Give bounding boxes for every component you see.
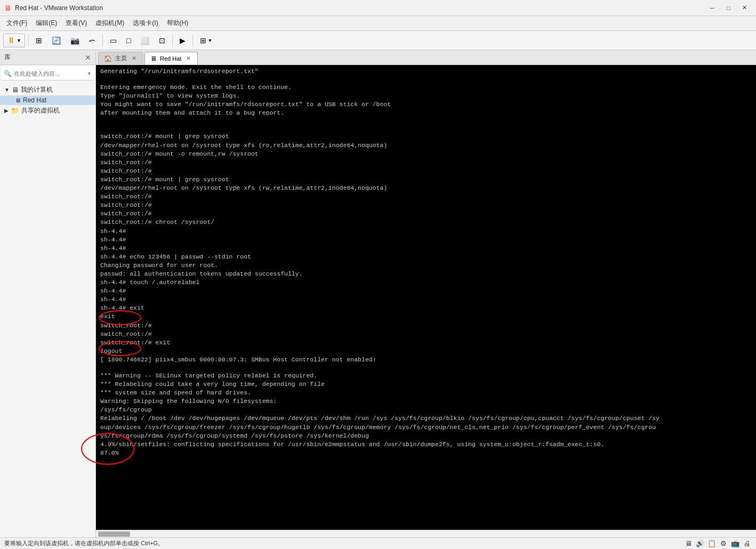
status-icon-6[interactable]: 🖨 (742, 539, 752, 548)
shared-vms-label: 共享的虚拟机 (21, 106, 60, 115)
toolbar-console[interactable]: ▶ (176, 34, 189, 47)
console-line (100, 125, 752, 132)
pause-dropdown-icon: ▼ (17, 38, 21, 43)
console-line: sh-4.4# (100, 287, 752, 295)
console-line: sh-4.4# exit (100, 304, 752, 312)
tree-red-hat[interactable]: 🖥 Red Hat (0, 95, 95, 105)
sidebar-search-input[interactable] (14, 70, 85, 77)
menu-view[interactable]: 查看(V) (61, 17, 91, 30)
toolbar: ⏸ ▼ ⊞ 🔄 📷 ⤺ ▭ □ ⬜ ⊡ ▶ ⊞ ▼ (0, 31, 756, 50)
tree-my-computer[interactable]: ▼ 🖥 我的计算机 (0, 84, 95, 95)
home-tab-label: 主页 (115, 54, 127, 62)
sidebar-close-button[interactable]: ✕ (85, 53, 91, 62)
console-line: switch_root:/# chroot /sysroot/ (100, 218, 752, 227)
search-icon: 🔍 (4, 70, 12, 77)
scrollbar-thumb[interactable] (98, 531, 130, 537)
redhat-tab-icon: 🖥 (150, 55, 157, 62)
console-line: 4.9%/sbin/setfiles: conflicting specific… (100, 440, 752, 449)
console-line: sh-4.4# (100, 295, 752, 304)
console-line: after mounting them and attach it to a b… (100, 109, 752, 117)
expand-icon: ▼ (4, 87, 10, 93)
home-tab-close[interactable]: ✕ (130, 55, 138, 62)
console-line: Type "journalctl" to view system logs. (100, 92, 752, 100)
menu-file[interactable]: 文件(F) (2, 17, 31, 30)
console-line: Entering emergency mode. Exit the shell … (100, 83, 752, 92)
console-line: switch_root:/# mount | grep sysroot (100, 132, 752, 141)
console-line: *** system size and speed of hard drives… (100, 389, 752, 397)
tab-home[interactable]: 🏠 主页 ✕ (98, 52, 143, 64)
console-area[interactable]: Generating "/run/initramfs/rdsosreport.t… (96, 65, 756, 530)
toolbar-view-4[interactable]: ⊡ (155, 34, 169, 47)
console-line: *** Relabeling could take a very long ti… (100, 380, 752, 389)
toolbar-btn-2[interactable]: 🔄 (48, 34, 65, 47)
pause-button[interactable]: ⏸ ▼ (3, 34, 25, 47)
status-hint: 要将输入定向到该虚拟机，请在虚拟机内部单击或按 Ctrl+G。 (4, 539, 683, 547)
title-bar: 🖥 Red Hat - VMware Workstation ─ □ ✕ (0, 0, 756, 16)
console-line: logout (100, 347, 752, 356)
console-line: ys/fs/cgroup/rdma /sys/fs/cgroup/systemd… (100, 432, 752, 440)
horizontal-scrollbar[interactable] (96, 530, 756, 537)
console-line: sh-4.4# echo 123456 | passwd --stdin roo… (100, 253, 752, 261)
console-line: switch_root:/# mount | grep sysroot (100, 175, 752, 184)
status-bar: 要将输入定向到该虚拟机，请在虚拟机内部单击或按 Ctrl+G。 🖥 🔊 📋 ⚙ … (0, 537, 756, 549)
unity-icon: ⬜ (140, 36, 149, 45)
guest-tools-dropdown: ▼ (207, 38, 212, 43)
minimize-button[interactable]: ─ (705, 3, 720, 13)
status-icon-5[interactable]: 📺 (730, 539, 740, 548)
console-line (100, 117, 752, 125)
toolbar-btn-4[interactable]: ⤺ (85, 34, 99, 47)
toolbar-btn-extra[interactable]: ⊞ ▼ (196, 34, 216, 47)
console-line: Generating "/run/initramfs/rdsosreport.t… (100, 67, 752, 76)
my-computer-label: 我的计算机 (21, 85, 53, 94)
search-dropdown-icon[interactable]: ▼ (87, 71, 92, 76)
tab-redhat[interactable]: 🖥 Red Hat ✕ (144, 52, 198, 64)
toolbar-btn-3[interactable]: 📷 (67, 34, 83, 47)
menu-help[interactable]: 帮助(H) (163, 17, 193, 30)
status-icon-4[interactable]: ⚙ (719, 539, 728, 548)
menu-tab[interactable]: 选项卡(I) (128, 17, 162, 30)
snapshot-icon: 🔄 (52, 36, 61, 45)
console-line: sh-4.4# (100, 244, 752, 253)
console-icon: ▶ (180, 36, 186, 45)
menu-bar: 文件(F) 编辑(E) 查看(V) 虚拟机(M) 选项卡(I) 帮助(H) (0, 16, 756, 31)
console-line: 87.0% (100, 449, 752, 457)
console-line: *** Warning -- SELinux targeted policy r… (100, 372, 752, 380)
redhat-tab-close[interactable]: ✕ (184, 55, 192, 62)
console-line: sh-4.4# (100, 227, 752, 236)
console-line: switch_root:/# (100, 201, 752, 209)
console-line: [ 1890.746622] piix4_smbus 0000:00:07.3:… (100, 356, 752, 364)
status-icon-2[interactable]: 🔊 (695, 539, 705, 548)
console-line (100, 76, 752, 83)
toolbar-view-1[interactable]: ▭ (106, 34, 120, 47)
console-line: switch_root:/# mount -o remount,rw /sysr… (100, 150, 752, 158)
fullscreen-icon: □ (126, 36, 131, 45)
console-line: Warning: Skipping the following N/O file… (100, 397, 752, 406)
toolbar-view-2[interactable]: □ (123, 34, 134, 47)
toolbar-separator-2 (102, 35, 103, 46)
console-line: switch_root:/# (100, 321, 752, 330)
menu-vm[interactable]: 虚拟机(M) (91, 17, 128, 30)
status-icon-3[interactable]: 📋 (707, 539, 717, 548)
console-line: sh-4.4# touch /.autorelabel (100, 278, 752, 287)
toolbar-btn-1[interactable]: ⊞ (32, 34, 46, 47)
console-line: switch_root:/# (100, 209, 752, 218)
status-right-icons: 🖥 🔊 📋 ⚙ 📺 🖨 (683, 539, 752, 548)
title-text: Red Hat - VMware Workstation (15, 4, 103, 12)
computer-icon: 🖥 (12, 86, 19, 94)
tree-shared-vms[interactable]: ▶ 📁 共享的虚拟机 (0, 105, 95, 116)
console-line: switch_root:/# (100, 158, 752, 167)
toolbar-view-3[interactable]: ⬜ (136, 34, 153, 47)
tab-bar: 🏠 主页 ✕ 🖥 Red Hat ✕ (96, 50, 756, 65)
close-button[interactable]: ✕ (737, 3, 752, 13)
maximize-button[interactable]: □ (721, 3, 736, 13)
title-controls: ─ □ ✕ (705, 3, 752, 13)
console-line: passwd: all authentication tokens update… (100, 270, 752, 278)
redhat-tab-label: Red Hat (160, 55, 181, 62)
title-left: 🖥 Red Hat - VMware Workstation (4, 4, 103, 12)
console-line: switch_root:/# exit (100, 338, 752, 347)
status-icon-1[interactable]: 🖥 (683, 539, 693, 548)
console-line: Changing password for user root. (100, 261, 752, 270)
menu-edit[interactable]: 编辑(E) (31, 17, 61, 30)
app-icon: 🖥 (4, 4, 12, 12)
red-hat-label: Red Hat (23, 96, 46, 104)
